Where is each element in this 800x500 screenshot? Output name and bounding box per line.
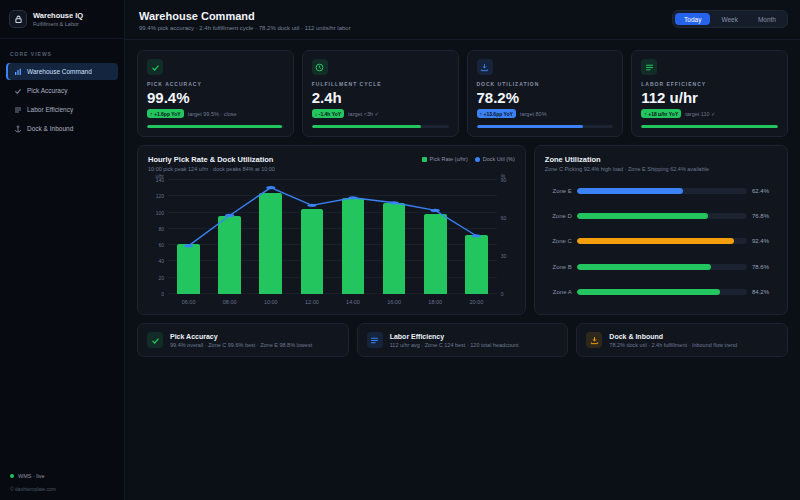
summary-text: 78.2% dock util · 2.4h fulfillment · Inb… — [609, 342, 737, 348]
summary-title: Pick Accuracy — [170, 333, 312, 340]
sidebar-item-pick-accuracy[interactable]: Pick Accuracy — [6, 82, 118, 99]
zone-bar-track — [577, 289, 747, 295]
summary-title: Labor Efficiency — [390, 333, 519, 340]
zone-bar-fill — [577, 213, 708, 219]
sidebar-item-warehouse-command[interactable]: Warehouse Command — [6, 63, 118, 80]
zone-bar-track — [577, 188, 747, 194]
kpi-progress-fill — [147, 125, 282, 128]
y-axis-tick: 30 — [501, 253, 507, 259]
zone-bar-track — [577, 238, 747, 244]
chart-subtitle: 10:00 pick peak 124 u/hr · dock peaks 84… — [148, 166, 515, 172]
summary-text: 99.4% overall · Zone C 99.6% best · Zone… — [170, 342, 312, 348]
sidebar-item-label: Dock & Inbound — [27, 125, 73, 132]
clock-icon — [312, 59, 328, 75]
dock-icon — [477, 59, 493, 75]
legend-label: Dock Util (%) — [483, 156, 515, 162]
y-axis-tick: 60 — [501, 215, 507, 221]
kpi-target: target <3h ✓ — [348, 111, 379, 117]
kpi-target: target 80% — [520, 111, 547, 117]
legend-label: Pick Rate (u/hr) — [430, 156, 468, 162]
kpi-badge: ↓-1.4h YoY — [312, 109, 344, 118]
sidebar-section-label: CORE VIEWS — [0, 39, 124, 61]
zone-bar-track — [577, 213, 747, 219]
kpi-label: LABOR EFFICIENCY — [641, 81, 778, 87]
list-icon — [367, 332, 383, 348]
chart-legend: Pick Rate (u/hr) Dock Util (%) — [422, 156, 515, 162]
kpi-label: DOCK UTILIZATION — [477, 81, 614, 87]
trend-down-icon: ↓ — [315, 111, 318, 117]
x-axis-tick: 10:00 — [250, 299, 291, 305]
kpi-card-pick-accuracy: PICK ACCURACY 99.4% ↑+1.6pp YoY target 9… — [137, 50, 294, 137]
x-axis-tick: 06:00 — [168, 299, 209, 305]
kpi-progress-track — [312, 125, 449, 128]
summary-text: 112 u/hr avg · Zone C 124 best · 120 tot… — [390, 342, 519, 348]
x-axis-tick: 14:00 — [332, 299, 373, 305]
live-status-dot — [10, 474, 14, 478]
tab-month[interactable]: Month — [749, 13, 785, 25]
sidebar: Warehouse IQ Fulfillment & Labor CORE VI… — [0, 0, 125, 500]
y-axis-right: % 0306090 — [500, 180, 515, 294]
check-icon — [147, 59, 163, 75]
zone-value: 78.6% — [752, 264, 777, 270]
x-axis-tick: 18:00 — [415, 299, 456, 305]
kpi-value: 78.2% — [477, 89, 614, 106]
chart-title: Zone Utilization — [545, 155, 777, 164]
summary-card-labor-efficiency[interactable]: Labor Efficiency 112 u/hr avg · Zone C 1… — [357, 323, 569, 357]
kpi-progress-track — [641, 125, 778, 128]
y-axis-tick: 20 — [158, 275, 164, 281]
summary-card-dock-inbound[interactable]: Dock & Inbound 78.2% dock util · 2.4h fu… — [576, 323, 788, 357]
zone-label: Zone E — [545, 188, 572, 194]
anchor-icon — [13, 124, 22, 133]
trend-up-icon: ↑ — [150, 111, 153, 117]
y-axis-tick: 140 — [156, 177, 164, 183]
sidebar-footer: © dashtemplate.com — [10, 486, 116, 492]
y-axis-tick: 40 — [158, 258, 164, 264]
tab-week[interactable]: Week — [712, 13, 747, 25]
sidebar-item-label: Labor Efficiency — [27, 106, 73, 113]
zone-value: 92.4% — [752, 238, 777, 244]
zone-value: 84.2% — [752, 289, 777, 295]
kpi-badge: ↑+18 u/hr YoY — [641, 109, 681, 118]
zone-label: Zone B — [545, 264, 572, 270]
legend-square-marker — [422, 157, 427, 162]
main-area: Warehouse Command 99.4% pick accuracy · … — [125, 0, 800, 500]
logo-block: Warehouse IQ Fulfillment & Labor — [0, 0, 124, 39]
zone-row: Zone C92.4% — [545, 238, 777, 244]
sidebar-nav: Warehouse Command Pick Accuracy Labor Ef… — [0, 61, 124, 139]
zone-value: 76.8% — [752, 213, 777, 219]
app-subtitle: Fulfillment & Labor — [33, 21, 83, 27]
zone-row: Zone D76.8% — [545, 213, 777, 219]
zone-row: Zone E62.4% — [545, 188, 777, 194]
kpi-progress-fill — [312, 125, 421, 128]
list-icon — [641, 59, 657, 75]
kpi-card-fulfillment-cycle: FULFILLMENT CYCLE 2.4h ↓-1.4h YoY target… — [302, 50, 459, 137]
kpi-value: 2.4h — [312, 89, 449, 106]
kpi-row: PICK ACCURACY 99.4% ↑+1.6pp YoY target 9… — [137, 50, 788, 137]
zone-bar-track — [577, 264, 747, 270]
wms-status: WMS · live — [10, 473, 116, 479]
trend-up-icon: ↑ — [480, 111, 483, 117]
sidebar-item-dock-inbound[interactable]: Dock & Inbound — [6, 120, 118, 137]
legend-dock-util[interactable]: Dock Util (%) — [475, 156, 515, 162]
summary-card-pick-accuracy[interactable]: Pick Accuracy 99.4% overall · Zone C 99.… — [137, 323, 349, 357]
zone-bar-fill — [577, 238, 734, 244]
kpi-progress-track — [147, 125, 284, 128]
lock-icon — [9, 10, 27, 28]
zone-bar-fill — [577, 188, 683, 194]
kpi-badge: ↑+13.6pp YoY — [477, 109, 516, 118]
tab-today[interactable]: Today — [675, 13, 710, 25]
dock-util-line — [168, 180, 497, 294]
kpi-card-labor-efficiency: LABOR EFFICIENCY 112 u/hr ↑+18 u/hr YoY … — [631, 50, 788, 137]
zone-label: Zone C — [545, 238, 572, 244]
y-axis-tick: 60 — [158, 242, 164, 248]
x-axis-labels: 06:0008:0010:0012:0014:0016:0018:0020:00 — [168, 294, 497, 305]
legend-pick-rate[interactable]: Pick Rate (u/hr) — [422, 156, 468, 162]
chart-subtitle: Zone C Picking 92.4% high load · Zone E … — [545, 166, 777, 172]
kpi-value: 99.4% — [147, 89, 284, 106]
wms-status-label: WMS · live — [18, 473, 45, 479]
sidebar-item-label: Pick Accuracy — [27, 87, 67, 94]
zone-label: Zone A — [545, 289, 572, 295]
hourly-chart-card: Hourly Pick Rate & Dock Utilization 10:0… — [137, 145, 526, 315]
sidebar-item-labor-efficiency[interactable]: Labor Efficiency — [6, 101, 118, 118]
y-axis-tick: 120 — [156, 193, 164, 199]
